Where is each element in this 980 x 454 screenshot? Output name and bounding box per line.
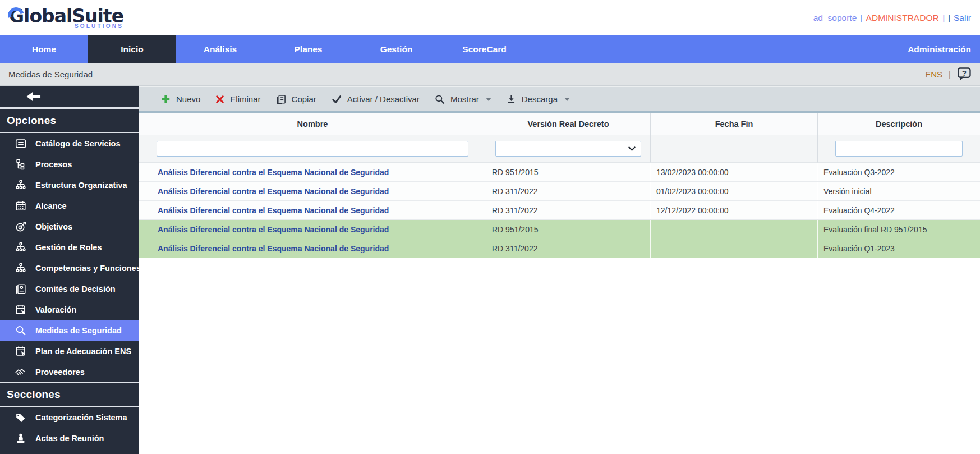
sidebar-item-proveedores[interactable]: Proveedores <box>0 361 139 382</box>
globalsuite-logo: GlobalSuite SOLUTIONS <box>9 7 123 29</box>
sidebar-item-procesos[interactable]: Procesos <box>0 154 139 175</box>
nav-item-gestion[interactable]: Gestión <box>352 35 440 63</box>
descarga-dropdown-button[interactable]: Descarga <box>506 94 570 104</box>
sidebar-back-button[interactable] <box>0 86 139 108</box>
nav-item-administracion[interactable]: Administración <box>899 35 980 63</box>
copy-icon <box>275 94 287 105</box>
id-card-icon <box>13 282 28 296</box>
check-icon <box>331 94 342 105</box>
roles-icon <box>13 241 28 254</box>
nav-item-analisis[interactable]: Análisis <box>176 35 264 63</box>
nombre-filter-input[interactable] <box>157 141 468 157</box>
activar-desactivar-button[interactable]: Activar / Desactivar <box>331 94 420 105</box>
page-title: Medidas de Seguridad <box>8 70 93 79</box>
calendar-cursor-icon <box>13 345 28 358</box>
column-header-version-real-decreto[interactable]: Versión Real Decreto <box>486 113 651 135</box>
chevron-down-icon <box>564 98 570 101</box>
table-header-row: Nombre Versión Real Decreto Fecha Fin De… <box>139 113 980 135</box>
mostrar-dropdown-button[interactable]: Mostrar <box>434 94 491 105</box>
version-filter-select[interactable] <box>495 141 641 157</box>
help-bubble-icon[interactable]: ? <box>957 67 972 81</box>
logo-subtitle: SOLUTIONS <box>75 24 123 29</box>
row-version: RD 311/2022 <box>486 239 651 258</box>
nuevo-button[interactable]: Nuevo <box>160 94 200 104</box>
nav-item-scorecard[interactable]: ScoreCard <box>440 35 528 63</box>
breadcrumb-divider: | <box>949 70 951 79</box>
row-descripcion: Evaluación Q3-2022 <box>818 163 980 181</box>
column-header-descripcion[interactable]: Descripción <box>818 113 980 135</box>
row-nombre-link[interactable]: Análisis Diferencial contra el Esquema N… <box>139 182 486 200</box>
row-descripcion: Versión inicial <box>818 182 980 200</box>
nav-item-home[interactable]: Home <box>0 35 88 63</box>
download-icon <box>506 94 517 104</box>
tag-icon <box>13 411 28 424</box>
table-row[interactable]: Análisis Diferencial contra el Esquema N… <box>139 220 980 239</box>
row-fecha-fin: 13/02/2023 00:00:00 <box>651 163 818 181</box>
sidebar-item-categorizacion-sistema[interactable]: Categorización Sistema <box>0 407 139 428</box>
sidebar-item-estructura-organizativa[interactable]: Estructura Organizativa <box>0 175 139 195</box>
medidas-table: Nombre Versión Real Decreto Fecha Fin De… <box>139 111 980 258</box>
sidebar-item-gestion-de-roles[interactable]: Gestión de Roles <box>0 237 139 258</box>
target-icon <box>13 220 28 233</box>
role-label: ADMINISTRADOR <box>866 13 939 23</box>
role-bracket-open: [ <box>860 13 862 23</box>
user-session-area: ad_soporte [ ADMINISTRADOR ] | Salir <box>813 13 971 23</box>
sidebar-item-plan-de-adecuacion-ens[interactable]: Plan de Adecuación ENS <box>0 341 139 361</box>
sidebar-item-valoracion[interactable]: Valoración <box>0 299 139 320</box>
table-row[interactable]: Análisis Diferencial contra el Esquema N… <box>139 163 980 182</box>
row-fecha-fin <box>651 220 818 239</box>
column-header-fecha-fin[interactable]: Fecha Fin <box>651 113 818 135</box>
globalsuite-app: GlobalSuite SOLUTIONS ad_soporte [ ADMIN… <box>0 0 980 454</box>
descripcion-filter-input[interactable] <box>835 141 963 157</box>
table-row[interactable]: Análisis Diferencial contra el Esquema N… <box>139 239 980 258</box>
logo-wordmark: GlobalSuite <box>9 7 123 25</box>
sidebar-item-medidas-de-seguridad[interactable]: Medidas de Seguridad <box>0 320 139 341</box>
content-area: Opciones Catálogo de Servicios Procesos … <box>0 86 980 454</box>
ens-scheme-link[interactable]: ENS <box>925 70 942 79</box>
sidebar-item-catalogo-de-servicios[interactable]: Catálogo de Servicios <box>0 133 139 154</box>
breadcrumb-right: ENS | ? <box>925 67 972 81</box>
username-label: ad_soporte <box>813 13 857 23</box>
fecha-fin-filter-cell <box>651 135 818 163</box>
row-nombre-link[interactable]: Análisis Diferencial contra el Esquema N… <box>139 239 486 258</box>
processes-icon <box>13 158 28 171</box>
sidebar-item-actas-de-reunion[interactable]: Actas de Reunión <box>0 428 139 448</box>
table-filter-row <box>139 135 980 163</box>
table-row[interactable]: Análisis Diferencial contra el Esquema N… <box>139 201 980 220</box>
row-version: RD 951/2015 <box>486 163 651 181</box>
breadcrumb-bar: Medidas de Seguridad ENS | ? <box>0 63 980 86</box>
chevron-down-icon <box>628 146 636 151</box>
sidebar-section-secciones: Secciones <box>0 382 139 407</box>
eliminar-button[interactable]: Eliminar <box>215 94 260 104</box>
column-header-nombre[interactable]: Nombre <box>139 113 486 135</box>
role-bracket-close: ] <box>942 13 945 23</box>
row-nombre-link[interactable]: Análisis Diferencial contra el Esquema N… <box>139 201 486 219</box>
sidebar-item-competencias-y-funciones[interactable]: Competencias y Funciones <box>0 258 139 278</box>
sidebar-item-comites-de-decision[interactable]: Comités de Decisión <box>0 278 139 299</box>
nav-item-planes[interactable]: Planes <box>264 35 352 63</box>
magnifier-icon <box>13 324 28 337</box>
top-header: GlobalSuite SOLUTIONS ad_soporte [ ADMIN… <box>0 0 980 35</box>
sidebar-section-opciones: Opciones <box>0 108 139 133</box>
row-nombre-link[interactable]: Análisis Diferencial contra el Esquema N… <box>139 163 486 181</box>
table-row[interactable]: Análisis Diferencial contra el Esquema N… <box>139 182 980 201</box>
copiar-button[interactable]: Copiar <box>275 94 316 105</box>
back-arrow-icon <box>26 91 41 102</box>
logout-link[interactable]: Salir <box>954 13 971 23</box>
sidebar-item-alcance[interactable]: Alcance <box>0 195 139 216</box>
search-icon <box>434 94 445 105</box>
calendar-icon <box>13 199 28 213</box>
row-version: RD 951/2015 <box>486 220 651 239</box>
row-descripcion: Evaluación Q1-2023 <box>818 239 980 258</box>
calendar-cursor-icon <box>13 303 28 317</box>
sidebar-item-objetivos[interactable]: Objetivos <box>0 216 139 237</box>
row-nombre-link[interactable]: Análisis Diferencial contra el Esquema N… <box>139 220 486 239</box>
sidebar: Opciones Catálogo de Servicios Procesos … <box>0 86 139 454</box>
plus-icon <box>160 94 171 104</box>
competencies-icon <box>13 262 28 275</box>
stamp-icon <box>13 432 28 445</box>
row-version: RD 311/2022 <box>486 182 651 200</box>
row-fecha-fin: 01/02/2023 00:00:00 <box>651 182 818 200</box>
session-divider: | <box>948 13 950 23</box>
nav-item-inicio[interactable]: Inicio <box>88 35 176 63</box>
